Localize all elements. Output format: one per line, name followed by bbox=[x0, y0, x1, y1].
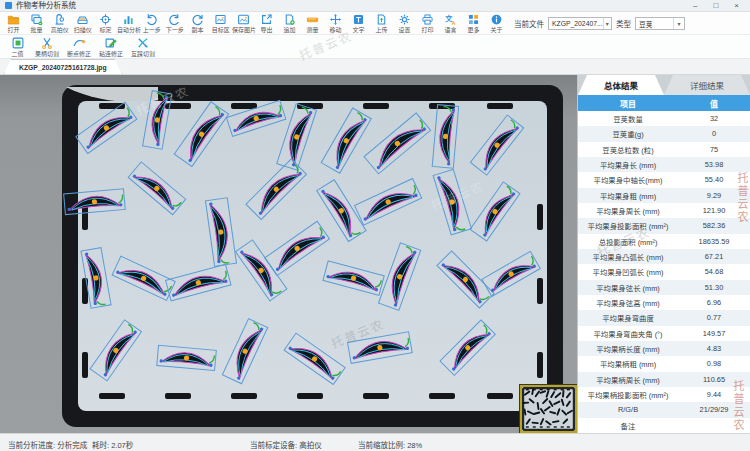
status-device: 当前标定设备: 高拍仪 bbox=[250, 439, 322, 450]
toolbar-button-auto-analyze[interactable]: 自动分析 bbox=[117, 12, 140, 34]
toolbar-button-target-area[interactable]: 目标区 bbox=[209, 12, 232, 34]
result-row: 平均果身长 (mm)53.98 bbox=[578, 157, 750, 172]
upload-icon bbox=[375, 13, 388, 26]
toolbar-item-label: 文字 bbox=[353, 27, 365, 33]
header-value-column: 值 bbox=[678, 98, 750, 109]
window-controls: – □ × bbox=[693, 2, 745, 10]
svg-text:A: A bbox=[451, 19, 455, 25]
result-item-label: 总投影面积 (mm²) bbox=[578, 236, 678, 247]
result-item-value: 9.44 bbox=[678, 390, 750, 399]
result-item-label: 平均果身周长 (mm) bbox=[578, 205, 678, 216]
toolbar-item-label: 更多 bbox=[468, 27, 480, 33]
result-item-value: 0.77 bbox=[678, 313, 750, 322]
toolbar-button-print[interactable]: 打印 bbox=[416, 12, 439, 34]
toolbar-button-scanner[interactable]: 扫描仪 bbox=[71, 12, 94, 34]
result-item-label: 平均果身弦长 (mm) bbox=[578, 282, 678, 293]
tool-button-break-fix[interactable]: 断点修正 bbox=[63, 35, 95, 58]
result-row: 平均果身中轴长(mm)55.40 bbox=[578, 172, 750, 187]
toolbar-item-label: 自动分析 bbox=[117, 27, 141, 33]
toolbar-button-measure-ruler[interactable]: 测量 bbox=[301, 12, 324, 34]
current-file-dropdown[interactable]: KZGP_202407... ▾ bbox=[548, 17, 612, 30]
batch-images-icon bbox=[30, 13, 43, 26]
toolbar-button-move[interactable]: 移动 bbox=[324, 12, 347, 34]
result-row: 豆荚重(g)0 bbox=[578, 126, 750, 141]
toolbar-button-settings-gear[interactable]: 设置 bbox=[393, 12, 416, 34]
toolbar-button-about-info[interactable]: 关于 bbox=[485, 12, 508, 34]
result-item-value: 54.68 bbox=[678, 267, 750, 276]
result-row: 平均果身凹弧长 (mm)54.68 bbox=[578, 264, 750, 279]
toolbar-item-label: 导出 bbox=[261, 27, 273, 33]
result-item-value: 18635.59 bbox=[678, 237, 750, 246]
toolbar-item-label: 移动 bbox=[330, 27, 342, 33]
toolbar-button-export[interactable]: 导出 bbox=[255, 12, 278, 34]
export-icon bbox=[260, 13, 273, 26]
redo-icon bbox=[168, 13, 181, 26]
toolbar-button-add-doc[interactable]: 追加 bbox=[278, 12, 301, 34]
result-item-label: 平均果身弦高 (mm) bbox=[578, 297, 678, 308]
measure-ruler-icon bbox=[306, 13, 319, 26]
tool-button-adhesion-fix[interactable]: 粘连修正 bbox=[95, 35, 127, 58]
toolbar-button-more-grid[interactable]: 更多 bbox=[462, 12, 485, 34]
calibrate-target-icon bbox=[99, 13, 112, 26]
result-row: 平均果身弯曲度0.77 bbox=[578, 310, 750, 325]
tool-button-overlap-cut[interactable]: 互踩切割 bbox=[127, 35, 159, 58]
settings-gear-icon bbox=[398, 13, 411, 26]
result-row: 平均果柄周长 (mm)110.65 bbox=[578, 372, 750, 387]
status-zoom: 当前缩放比例: 28% bbox=[358, 439, 422, 450]
toolbar-item-label: 打开 bbox=[8, 27, 20, 33]
result-item-label: 平均果身长 (mm) bbox=[578, 159, 678, 170]
about-info-icon bbox=[490, 13, 503, 26]
results-tab-detail[interactable]: 详细结果 bbox=[664, 75, 750, 95]
toolbar-button-undo[interactable]: 上一步 bbox=[140, 12, 163, 34]
undo-icon bbox=[145, 13, 158, 26]
toolbar-item-label: 标定 bbox=[100, 27, 112, 33]
result-item-value: 9.29 bbox=[678, 191, 750, 200]
overview-thumbnail[interactable] bbox=[520, 385, 577, 433]
document-tab[interactable]: KZGP_20240725161728.jpg bbox=[4, 59, 122, 74]
result-item-label: 平均果柄投影面积 (mm²) bbox=[578, 389, 678, 400]
stem-cut-icon bbox=[40, 36, 54, 50]
tool-button-stem-cut[interactable]: 果柄切割 bbox=[31, 35, 63, 58]
result-item-label: 平均果身中轴长(mm) bbox=[578, 174, 678, 185]
toolbar-item-label: 副本 bbox=[192, 27, 204, 33]
type-dropdown[interactable]: 豆荚 ▾ bbox=[635, 17, 685, 30]
tool-item-label: 互踩切割 bbox=[131, 51, 155, 57]
toolbar-button-batch-images[interactable]: 批量 bbox=[25, 12, 48, 34]
toolbar-button-text[interactable]: 文字 bbox=[347, 12, 370, 34]
toolbar-button-calibrate-target[interactable]: 标定 bbox=[94, 12, 117, 34]
image-canvas[interactable] bbox=[0, 75, 577, 433]
maximize-button[interactable]: □ bbox=[713, 2, 718, 10]
toolbar-button-language[interactable]: 文A语言 bbox=[439, 12, 462, 34]
app-logo-icon bbox=[5, 2, 12, 9]
result-row: 豆荚总粒数 (粒)75 bbox=[578, 142, 750, 157]
result-row: 平均果身弦长 (mm)51.30 bbox=[578, 280, 750, 295]
tool-item-label: 断点修正 bbox=[67, 51, 91, 57]
toolbar-button-redo[interactable]: 下一步 bbox=[163, 12, 186, 34]
add-doc-icon bbox=[283, 13, 296, 26]
minimize-button[interactable]: – bbox=[693, 2, 697, 10]
result-item-value: 0 bbox=[678, 129, 750, 138]
toolbar-button-doc-camera[interactable]: 高拍仪 bbox=[48, 12, 71, 34]
results-tab-overall[interactable]: 总体结果 bbox=[578, 75, 664, 95]
result-item-label: 平均果身弯曲度 bbox=[578, 312, 678, 323]
close-button[interactable]: × bbox=[734, 2, 739, 10]
header-item-column: 项目 bbox=[578, 98, 678, 109]
toolbar-button-upload[interactable]: 上传 bbox=[370, 12, 393, 34]
toolbar-item-label: 高拍仪 bbox=[51, 27, 69, 33]
result-item-label: 豆荚总粒数 (粒) bbox=[578, 144, 678, 155]
result-row: 平均果柄长度 (mm)4.83 bbox=[578, 341, 750, 356]
folder-open-icon bbox=[7, 13, 20, 26]
toolbar-button-folder-open[interactable]: 打开 bbox=[2, 12, 25, 34]
toolbar-button-save-image[interactable]: 保存图片 bbox=[232, 12, 255, 34]
toolbar-item-label: 目标区 bbox=[212, 27, 230, 33]
toolbar-button-duplicate[interactable]: 副本 bbox=[186, 12, 209, 34]
title-bar: 作物考种分析系统 – □ × bbox=[0, 0, 750, 12]
language-icon: 文A bbox=[444, 13, 457, 26]
tool-button-binary[interactable]: 二值 bbox=[4, 35, 31, 58]
result-item-value: 149.57 bbox=[678, 329, 750, 338]
result-row: 平均果身弯曲夹角 (°)149.57 bbox=[578, 326, 750, 341]
status-elapsed: 耗时: 2.07秒 bbox=[92, 439, 133, 450]
results-tabs: 总体结果详细结果 bbox=[578, 75, 750, 95]
result-item-value: 121.90 bbox=[678, 206, 750, 215]
results-table-header: 项目 值 bbox=[578, 95, 750, 111]
